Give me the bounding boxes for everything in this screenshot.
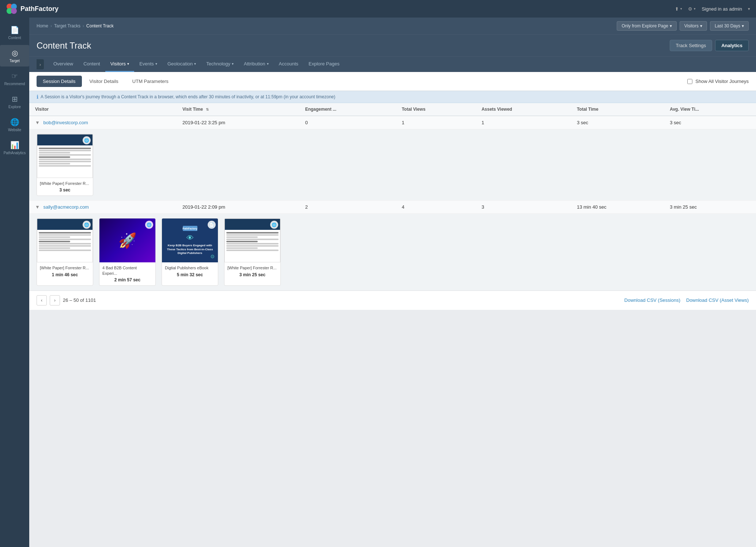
asset-title: [White Paper] Forrester R... [40,265,90,270]
next-page-button[interactable]: › [50,295,60,305]
asset-thumb: 🌐 [37,219,93,262]
settings-icon[interactable]: ⚙ ▾ [688,6,696,12]
logo-text: PathFactory [20,5,58,13]
top-nav-right: ⬆ ▾ ⚙ ▾ Signed in as admin ▾ [675,6,750,12]
breadcrumb-current: Content Track [86,23,114,29]
asset-card[interactable]: 🚀 🌐 4 Bad B2B Content Experi... 2 min 57… [99,218,156,286]
explore-icon: ⊞ [12,95,18,103]
tab-technology[interactable]: Technology ▾ [201,57,239,72]
table-body: ▼ bob@investcorp.com 2019-01-22 3:25 pm … [29,116,756,290]
asset-info: [White Paper] Forrester R... 3 sec [37,178,93,195]
col-avg-view-time: Avg. View Ti... [664,103,756,116]
sidebar-item-explore[interactable]: ⊞ Explore [0,91,29,113]
page-range: 26 – 50 of 1101 [63,297,96,303]
visitor-cell: ▼ bob@investcorp.com [29,116,177,129]
date-range-dropdown-arrow: ▾ [742,23,744,29]
info-icon: ℹ [37,94,38,100]
sidebar-item-website[interactable]: 🌐 Website [0,114,29,136]
visit-time-cell: 2019-01-22 3:25 pm [177,116,299,129]
asset-title: [White Paper] Forrester R... [227,265,277,270]
show-all-journeys-checkbox[interactable] [687,79,692,84]
asset-thumb: 🌐 [37,134,93,178]
asset-title: 4 Bad B2B Content Experi... [102,265,152,276]
tab-events[interactable]: Events ▾ [134,57,162,72]
breadcrumb-target-tracks[interactable]: Target Tracks [54,23,80,29]
sub-tabs-bar: Session Details Visitor Details UTM Para… [29,72,756,91]
tab-attribution[interactable]: Attribution ▾ [239,57,274,72]
asset-time: 3 sec [40,187,90,193]
upload-icon[interactable]: ⬆ ▾ [675,6,682,12]
analytics-button[interactable]: Analytics [715,40,749,51]
visitors-filter-button[interactable]: Visitors ▾ [680,21,707,31]
asset-card[interactable]: 🌐 [White Paper] Forrester R... 3 min 25 … [224,218,281,286]
download-csv-sessions[interactable]: Download CSV (Sessions) [624,297,680,303]
col-assets-viewed: Assets Viewed [476,103,571,116]
breadcrumb: Home › Target Tracks › Content Track [37,23,114,29]
table-row[interactable]: ▼ sally@acmecorp.com 2019-01-22 2:09 pm … [29,201,756,214]
assets-viewed-cell: 1 [476,116,571,129]
recommend-icon: ☞ [11,72,18,80]
sub-tab-session-details[interactable]: Session Details [37,76,82,87]
tab-overview[interactable]: Overview [48,57,78,72]
top-nav-left: PathFactory [6,3,58,15]
sidebar: 📄 Content ◎ Target ☞ Recommend ⊞ Explore… [0,18,29,547]
avg-view-time-cell: 3 min 25 sec [664,201,756,214]
prev-page-button[interactable]: ‹ [37,295,47,305]
source-filter-label: Only from Explore Page [621,23,668,29]
tab-visitors[interactable]: Visitors ▾ [105,57,134,72]
filter-controls: Only from Explore Page ▾ Visitors ▾ Last… [617,21,749,31]
sidebar-item-pathanalytics[interactable]: 📊 PathAnalytics [0,137,29,159]
user-dropdown-arrow[interactable]: ▾ [748,7,750,11]
expand-button[interactable]: ▼ [35,204,40,210]
svg-point-3 [11,8,17,14]
sub-tabs: Session Details Visitor Details UTM Para… [37,76,175,87]
sidebar-item-recommend[interactable]: ☞ Recommend [0,68,29,90]
expand-button[interactable]: ▼ [35,120,40,125]
info-bar: ℹ A Session is a Visitor's journey throu… [29,91,756,103]
sub-tab-visitor-details[interactable]: Visitor Details [83,76,125,87]
header-actions: Track Settings Analytics [670,40,749,51]
asset-card[interactable]: PathFactory 👁 Keep B2B Buyers Engaged wi… [162,218,218,286]
collapse-sidebar-button[interactable]: › [37,59,44,69]
asset-card[interactable]: 🌐 [White Paper] Forrester R... 3 sec [37,134,93,196]
avg-view-time-cell: 3 sec [664,116,756,129]
visitor-email: bob@investcorp.com [44,120,88,125]
nav-tabs-bar: › Overview Content Visitors ▾ Events ▾ G… [29,56,756,72]
tab-geolocation[interactable]: Geolocation ▾ [162,57,201,72]
sub-tab-utm-parameters[interactable]: UTM Parameters [126,76,175,87]
visitors-dropdown-arrow: ▾ [700,23,702,29]
table-header: Visitor Visit Time ⇅ Engagement ... Tota… [29,103,756,116]
col-total-time: Total Time [571,103,664,116]
page-title: Content Track [37,41,91,51]
table-row[interactable]: ▼ bob@investcorp.com 2019-01-22 3:25 pm … [29,116,756,129]
pathanalytics-icon: 📊 [10,141,19,149]
download-csv-asset-views[interactable]: Download CSV (Asset Views) [686,297,749,303]
pagination-controls: ‹ › 26 – 50 of 1101 [37,295,96,305]
engagement-cell: 0 [299,116,396,129]
asset-card[interactable]: 🌐 [White Paper] Forrester R... 1 min 46 … [37,218,93,286]
track-settings-button[interactable]: Track Settings [670,40,712,51]
signed-in-label: Signed in as admin [702,6,742,12]
tab-accounts[interactable]: Accounts [274,57,303,72]
asset-time: 5 min 32 sec [165,272,215,277]
engagement-cell: 2 [299,201,396,214]
source-filter-button[interactable]: Only from Explore Page ▾ [617,21,676,31]
breadcrumb-home[interactable]: Home [37,23,48,29]
sidebar-label-pathanalytics: PathAnalytics [4,151,26,155]
target-icon: ◎ [12,49,18,57]
asset-type-icon: 🌐 [83,136,91,144]
asset-info: [White Paper] Forrester R... 3 min 25 se… [224,262,280,280]
visitor-email: sally@acmecorp.com [44,204,89,210]
logo[interactable]: PathFactory [6,3,58,15]
asset-title: [White Paper] Forrester R... [40,181,90,186]
total-time-cell: 3 sec [571,116,664,129]
date-range-filter-button[interactable]: Last 30 Days ▾ [710,21,749,31]
tab-explore-pages[interactable]: Explore Pages [303,57,345,72]
tab-content[interactable]: Content [78,57,105,72]
col-visit-time[interactable]: Visit Time ⇅ [177,103,299,116]
col-engagement: Engagement ... [299,103,396,116]
sidebar-item-target[interactable]: ◎ Target [0,45,29,67]
asset-info: Digtial Publishers eBook 5 min 32 sec [162,262,218,280]
website-icon: 🌐 [10,118,19,126]
sidebar-item-content[interactable]: 📄 Content [0,22,29,43]
